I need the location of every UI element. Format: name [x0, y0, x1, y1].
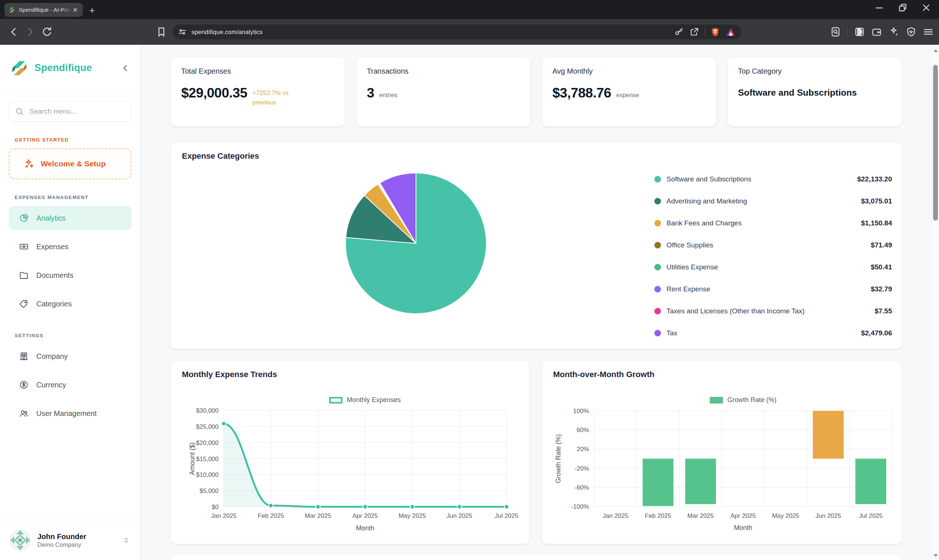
svg-text:-20%: -20% — [574, 465, 589, 472]
svg-text:Apr 2025: Apr 2025 — [353, 512, 378, 519]
key-icon[interactable] — [674, 27, 684, 37]
browser-window: Spendifique - AI-Powered Busine ✕ + spen… — [0, 0, 939, 560]
browser-tab[interactable]: Spendifique - AI-Powered Busine ✕ — [5, 3, 83, 17]
welcome-setup-button[interactable]: Welcome & Setup — [9, 148, 131, 179]
scroll-down-icon[interactable] — [933, 553, 938, 557]
svg-text:Jun 2025: Jun 2025 — [816, 512, 841, 519]
restore-icon[interactable] — [897, 2, 908, 13]
svg-text:Mar 2025: Mar 2025 — [305, 512, 331, 519]
expense-categories-pie-chart[interactable] — [344, 172, 487, 315]
page-scrollbar[interactable] — [932, 45, 939, 560]
monthly-expense-line-chart[interactable]: $0$5,000$10,000$15,000$20,000$25,000$30,… — [171, 361, 529, 544]
sidebar-item-user-management[interactable]: User Management — [9, 401, 131, 426]
tab-close-icon[interactable]: ✕ — [71, 6, 79, 14]
scrollbar-thumb[interactable] — [933, 65, 938, 221]
category-color-dot — [654, 330, 661, 337]
svg-text:-60%: -60% — [574, 484, 589, 491]
sidebar-item-analytics[interactable]: Analytics — [9, 206, 131, 230]
category-label: Taxes and Licenses (Other than Income Ta… — [666, 307, 869, 315]
svg-text:Jan 2025: Jan 2025 — [603, 512, 628, 519]
building-icon — [19, 351, 29, 361]
stat-card-avg-monthly: Avg Monthly $3,788.76 expense — [542, 57, 716, 126]
category-label: Bank Fees and Charges — [666, 219, 856, 227]
sidebar-item-company[interactable]: Company — [9, 344, 131, 368]
svg-text:May 2025: May 2025 — [399, 512, 426, 519]
sidebar-toggle-icon[interactable] — [854, 26, 865, 37]
user-name: John Founder — [37, 532, 86, 541]
category-label: Advertising and Marketing — [666, 197, 856, 205]
section-expenses-management: EXPENSES MANAGEMENT — [15, 195, 125, 200]
new-tab-button[interactable]: + — [86, 5, 97, 16]
vpn-shield-icon[interactable] — [906, 26, 917, 37]
growth-bar-chart[interactable]: 100%60%20%-20%-60%-100%Jan 2025Feb 2025M… — [542, 361, 902, 544]
category-label: Rent Expense — [666, 285, 865, 293]
svg-text:Feb 2025: Feb 2025 — [645, 512, 671, 519]
svg-text:Mar 2025: Mar 2025 — [688, 512, 714, 519]
sidebar-search[interactable] — [9, 101, 131, 122]
sidebar-item-label: Analytics — [36, 214, 66, 223]
divider — [705, 28, 705, 36]
expense-categories-card: Expense Categories Software and Subscrip… — [171, 143, 902, 349]
category-color-dot — [654, 242, 661, 248]
stat-suffix: expense — [616, 92, 639, 98]
sidebar-item-label: Currency — [36, 381, 66, 389]
category-legend-row[interactable]: Advertising and Marketing$3,075.01 — [654, 190, 892, 212]
spendifique-logo — [9, 58, 29, 78]
window-controls — [874, 0, 936, 15]
category-legend-row[interactable]: Software and Subscriptions$22,133.20 — [654, 168, 892, 190]
bat-triangle-icon[interactable] — [726, 27, 736, 37]
brand-name: Spendifique — [34, 62, 92, 74]
user-menu[interactable]: John Founder Demo Company — [0, 520, 140, 560]
category-legend-row[interactable]: Rent Expense$32.79 — [654, 278, 892, 300]
wallet-icon[interactable] — [871, 26, 882, 37]
category-amount: $32.79 — [871, 285, 892, 293]
reload-icon[interactable] — [41, 26, 53, 38]
close-icon[interactable] — [920, 2, 932, 13]
category-amount: $1,150.84 — [861, 219, 892, 227]
bookmark-icon[interactable] — [156, 26, 167, 38]
url-bar[interactable]: spendifique.com/analytics — [173, 25, 741, 39]
section-settings: SETTINGS — [15, 333, 125, 338]
category-legend-row[interactable]: Tax$2,479.06 — [654, 322, 892, 344]
find-in-page-icon[interactable] — [830, 26, 841, 37]
scroll-up-icon[interactable] — [933, 48, 938, 52]
sidebar-item-categories[interactable]: Categories — [9, 292, 131, 316]
svg-text:$25,000: $25,000 — [196, 423, 219, 430]
category-legend-row[interactable]: Taxes and Licenses (Other than Income Ta… — [654, 300, 892, 322]
search-input[interactable] — [29, 107, 125, 116]
collapse-sidebar-icon[interactable] — [120, 63, 131, 73]
chevron-up-down-icon[interactable] — [122, 536, 131, 545]
category-amount: $50.41 — [871, 263, 892, 271]
menu-icon[interactable] — [923, 26, 934, 37]
stat-delta: +7252.7% vs previous — [252, 88, 301, 108]
sidebar-item-documents[interactable]: Documents — [9, 263, 131, 287]
brave-shield-icon[interactable] — [710, 27, 720, 37]
svg-text:Jun 2025: Jun 2025 — [447, 512, 472, 519]
share-icon[interactable] — [689, 27, 700, 37]
dollar-circle-icon — [19, 380, 29, 389]
search-icon — [15, 107, 24, 116]
sidebar-item-label: Company — [36, 352, 68, 361]
sidebar-header: Spendifique — [0, 45, 140, 92]
category-legend: Software and Subscriptions$22,133.20Adve… — [654, 168, 892, 344]
sidebar-item-currency[interactable]: Currency — [9, 373, 131, 397]
banknote-icon — [19, 242, 29, 251]
minimize-icon[interactable] — [874, 2, 885, 13]
category-legend-row[interactable]: Office Supplies$71.49 — [654, 234, 892, 256]
stat-label: Top Category — [738, 67, 782, 75]
card-title: Expense Categories — [182, 151, 259, 161]
url-text[interactable]: spendifique.com/analytics — [191, 29, 674, 35]
tune-icon[interactable] — [177, 27, 187, 37]
sidebar-item-expenses[interactable]: Expenses — [9, 235, 131, 259]
main-content: Total Expenses $29,000.35 +7252.7% vs pr… — [140, 45, 932, 560]
sparkles-icon[interactable] — [888, 26, 899, 37]
category-legend-row[interactable]: Bank Fees and Charges$1,150.84 — [654, 212, 892, 234]
category-amount: $3,075.01 — [861, 197, 892, 205]
category-legend-row[interactable]: Utilities Expense$50.41 — [654, 256, 892, 278]
mom-growth-card: Month-over-Month Growth Growth Rate (%) … — [542, 361, 902, 544]
browser-toolbar: spendifique.com/analytics — [0, 19, 939, 45]
folder-icon — [19, 271, 29, 280]
back-icon[interactable] — [8, 26, 20, 38]
svg-text:$15,000: $15,000 — [196, 455, 219, 463]
forward-icon[interactable] — [24, 26, 36, 38]
